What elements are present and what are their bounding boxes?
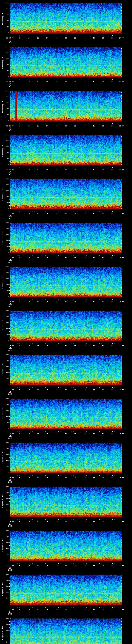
y-tick-label-400: 400 <box>0 416 10 417</box>
y-tick-label-400: 400 <box>0 328 10 329</box>
x-tick-label-10: 10 <box>26 213 32 215</box>
x-tick-label-20: 20 <box>44 37 50 39</box>
y-tick-label-400: 400 <box>0 372 10 373</box>
y-tick-label-0: 0 <box>0 471 10 473</box>
y-tick-label-200: 200 <box>0 202 10 204</box>
y-tick-label-1000: 1000 <box>0 486 10 488</box>
spectrogram-panel-4: Frequency (Hz) 1000 800 600 400 200 0 11… <box>0 132 132 176</box>
x-tick-label-35: 35 <box>72 345 78 346</box>
y-tick-label-800: 800 <box>0 96 10 98</box>
y-tick-label-200: 200 <box>0 246 10 247</box>
spectrogram-report: { "background_color": "#000000", "text_c… <box>0 0 132 644</box>
x-tick-label-55: 55 <box>110 389 115 390</box>
x-tick-label-5: 5 <box>16 565 22 566</box>
y-tick-label-400: 400 <box>0 108 10 110</box>
y-tick-label-0: 0 <box>0 559 10 561</box>
spectrogram-panel-11: Frequency (Hz) 1000 800 600 400 200 0 11… <box>0 440 132 484</box>
x-tick-label-40: 40 <box>82 389 88 390</box>
x-tick-label-15: 15 <box>35 37 41 39</box>
x-tick-label-45: 45 <box>91 125 97 127</box>
y-tick-label-0: 0 <box>0 32 10 34</box>
y-tick-label-600: 600 <box>0 102 10 104</box>
y-tick-label-200: 200 <box>0 465 10 467</box>
y-tick-label-200: 200 <box>0 70 10 72</box>
x-tick-label-45: 45 <box>91 608 97 610</box>
x-tick-label-20: 20 <box>44 608 50 610</box>
date-label: 24 Apr 2015 <box>5 610 16 615</box>
x-tick-label-20: 20 <box>44 169 50 171</box>
y-tick-label-200: 200 <box>0 553 10 555</box>
x-tick-label-45: 45 <box>91 433 97 434</box>
y-tick-label-1000: 1000 <box>0 618 10 620</box>
spectrogram-panel-3: Frequency (Hz) 1000 800 600 400 200 0 11… <box>0 88 132 132</box>
y-axis-title: Frequency (Hz) <box>2 274 4 289</box>
y-axis-title: Frequency (Hz) <box>2 538 4 552</box>
x-tick-label-25: 25 <box>54 301 60 303</box>
y-tick-label-1000: 1000 <box>0 178 10 180</box>
x-tick-label-45: 45 <box>91 520 97 522</box>
y-tick-label-1000: 1000 <box>0 266 10 268</box>
x-tick-label-25: 25 <box>54 565 60 566</box>
x-tick-label-25: 25 <box>54 125 60 127</box>
date-year: 2015 <box>5 438 16 439</box>
y-axis-title: Frequency (Hz) <box>2 99 4 113</box>
y-tick-label-800: 800 <box>0 536 10 538</box>
x-tick-label-15: 15 <box>35 433 41 434</box>
y-axis-title: Frequency (Hz) <box>2 582 4 596</box>
y-tick-label-600: 600 <box>0 58 10 60</box>
x-tick-label-35: 35 <box>72 37 78 39</box>
x-tick-label-10: 10 <box>26 565 32 566</box>
x-tick-label-50: 50 <box>100 608 106 610</box>
date-year: 2015 <box>5 42 16 43</box>
y-tick-label-600: 600 <box>0 190 10 192</box>
x-tick-label-10: 10 <box>26 81 32 83</box>
y-tick-label-200: 200 <box>0 641 10 643</box>
x-tick-label-20: 20 <box>44 257 50 259</box>
y-tick-label-600: 600 <box>0 278 10 280</box>
x-tick-label-55: 55 <box>110 37 115 39</box>
x-tick-label-45: 45 <box>91 37 97 39</box>
date-year: 2015 <box>5 86 16 87</box>
x-tick-label-5: 5 <box>16 169 22 171</box>
x-tick-label-20: 20 <box>44 520 50 522</box>
y-axis-title: Frequency (Hz) <box>2 494 4 508</box>
x-tick-label-50: 50 <box>100 301 106 303</box>
x-tick-label-25: 25 <box>54 213 60 215</box>
x-tick-label-40: 40 <box>82 169 88 171</box>
y-axis-title: Frequency (Hz) <box>2 54 4 69</box>
x-end-time-label: 32:00 <box>116 565 127 566</box>
y-tick-label-800: 800 <box>0 580 10 582</box>
date-year: 2015 <box>5 350 16 351</box>
date-year: 2015 <box>5 174 16 175</box>
date-label: 24 Apr 2015 <box>5 390 16 395</box>
x-end-time-label: 30:00 <box>116 477 127 478</box>
y-tick-label-200: 200 <box>0 26 10 28</box>
x-tick-label-30: 30 <box>63 169 69 171</box>
y-tick-label-600: 600 <box>0 14 10 16</box>
y-tick-label-600: 600 <box>0 322 10 324</box>
x-tick-label-55: 55 <box>110 433 115 434</box>
x-tick-label-20: 20 <box>44 345 50 346</box>
x-end-time-label: 21:00 <box>116 81 127 83</box>
x-tick-label-15: 15 <box>35 389 41 390</box>
x-tick-label-10: 10 <box>26 37 32 39</box>
x-tick-label-30: 30 <box>63 608 69 610</box>
x-tick-label-5: 5 <box>16 213 22 215</box>
y-axis-title: Frequency (Hz) <box>2 142 4 157</box>
x-tick-label-25: 25 <box>54 389 60 390</box>
x-tick-label-50: 50 <box>100 389 106 390</box>
spectrogram-panel-1: Frequency (Hz) 1000 800 600 400 200 0 11… <box>0 0 132 44</box>
x-tick-label-10: 10 <box>26 257 32 259</box>
x-tick-label-30: 30 <box>63 565 69 566</box>
x-tick-label-10: 10 <box>26 477 32 478</box>
x-tick-label-45: 45 <box>91 389 97 390</box>
x-end-time-label: 24:00 <box>116 213 127 215</box>
x-tick-label-5: 5 <box>16 301 22 303</box>
y-tick-label-800: 800 <box>0 52 10 54</box>
x-tick-label-20: 20 <box>44 301 50 303</box>
y-tick-label-400: 400 <box>0 284 10 286</box>
date-year: 2015 <box>5 481 16 483</box>
date-label: 24 Apr 2015 <box>5 303 16 307</box>
date-year: 2015 <box>5 218 16 219</box>
x-tick-label-40: 40 <box>82 213 88 215</box>
